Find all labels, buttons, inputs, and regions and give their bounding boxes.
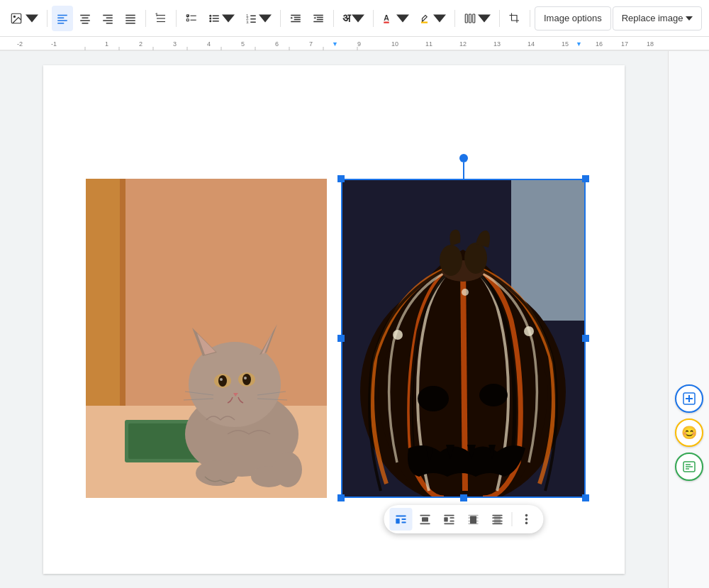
svg-rect-36	[250, 21, 256, 23]
svg-rect-12	[103, 20, 113, 21]
svg-text:16: 16	[596, 40, 603, 48]
pumpkin-image	[341, 179, 586, 498]
replace-image-button[interactable]: Replace image	[613, 6, 703, 30]
svg-text:9: 9	[357, 40, 361, 48]
align-justify-button[interactable]	[120, 6, 141, 31]
insert-image-button[interactable]	[6, 6, 43, 31]
images-row	[86, 179, 582, 501]
svg-rect-3	[57, 17, 64, 18]
image-options-button[interactable]: Image options	[535, 6, 611, 30]
svg-rect-137	[444, 523, 454, 524]
page	[43, 65, 625, 574]
handle-top-left[interactable]	[337, 175, 345, 182]
svg-rect-7	[82, 17, 89, 18]
svg-rect-5	[57, 23, 64, 24]
img-more-options-button[interactable]	[515, 508, 537, 531]
svg-rect-142	[470, 516, 476, 524]
svg-rect-15	[125, 17, 135, 18]
svg-rect-131	[422, 517, 428, 521]
bullet-list-button[interactable]	[203, 6, 239, 31]
align-right-button[interactable]	[97, 6, 118, 31]
svg-text:3.: 3.	[246, 19, 249, 23]
document-area[interactable]	[0, 51, 668, 588]
svg-rect-135	[450, 517, 454, 518]
add-comment-button[interactable]	[675, 384, 703, 413]
handle-bottom-right[interactable]	[582, 494, 589, 501]
right-sidebar: 😊	[668, 51, 709, 588]
svg-rect-37	[291, 14, 301, 16]
svg-rect-133	[444, 515, 454, 516]
align-center-button[interactable]	[74, 6, 96, 31]
indent-less-button[interactable]	[285, 6, 306, 31]
separator-3	[176, 10, 177, 27]
pumpkin-image-container[interactable]	[341, 179, 586, 498]
cat-image-container[interactable]	[86, 179, 327, 501]
img-wrap-inline-button[interactable]	[389, 508, 412, 531]
emoji-button[interactable]: 😊	[675, 418, 703, 447]
svg-rect-136	[450, 521, 454, 522]
svg-text:7: 7	[309, 40, 313, 48]
indent-more-button[interactable]	[308, 6, 329, 31]
separator-9	[530, 10, 530, 27]
highlight-button[interactable]	[415, 6, 450, 31]
svg-text:2: 2	[139, 40, 143, 48]
svg-rect-16	[125, 20, 135, 21]
svg-point-115	[479, 384, 508, 406]
svg-rect-42	[313, 14, 323, 16]
img-wrap-separate-button[interactable]	[437, 508, 460, 531]
svg-text:▼: ▼	[576, 40, 582, 48]
separator-5	[333, 10, 334, 27]
checklist-button[interactable]	[181, 6, 202, 31]
svg-rect-44	[317, 18, 323, 20]
crop-button[interactable]	[504, 6, 525, 31]
columns-button[interactable]	[459, 6, 495, 31]
svg-text:3: 3	[173, 40, 177, 48]
separator-4	[280, 10, 281, 27]
svg-point-120	[393, 330, 403, 340]
svg-rect-127	[396, 518, 399, 523]
svg-rect-14	[125, 14, 135, 16]
img-wrap-front-button[interactable]	[462, 508, 484, 531]
svg-rect-45	[313, 21, 323, 22]
svg-text:10: 10	[391, 40, 398, 48]
svg-rect-17	[125, 23, 135, 24]
handle-top-right[interactable]	[582, 175, 589, 182]
rotation-handle[interactable]	[459, 154, 468, 162]
svg-point-148	[525, 514, 527, 517]
line-spacing-button[interactable]	[150, 6, 172, 31]
svg-text:5: 5	[241, 40, 245, 48]
svg-text:14: 14	[527, 40, 535, 48]
svg-point-149	[525, 518, 527, 521]
img-wrap-break-button[interactable]	[413, 508, 436, 531]
image-inline-toolbar	[384, 505, 543, 533]
svg-text:11: 11	[425, 40, 432, 48]
svg-text:4: 4	[207, 40, 211, 48]
svg-rect-143	[494, 516, 501, 524]
cat-image	[86, 179, 327, 498]
handle-bottom-center[interactable]	[460, 494, 467, 501]
separator-1	[47, 10, 48, 27]
svg-rect-146	[492, 521, 502, 522]
svg-point-101	[220, 378, 223, 381]
img-wrap-behind-button[interactable]	[486, 508, 508, 531]
svg-text:15: 15	[562, 40, 569, 48]
handle-middle-left[interactable]	[337, 335, 345, 342]
svg-point-100	[242, 374, 251, 385]
page-top-space	[86, 94, 582, 136]
svg-text:A: A	[384, 13, 389, 22]
pumpkin-scene	[341, 179, 586, 498]
svg-rect-52	[473, 14, 475, 23]
numbered-list-button[interactable]: 1.2.3.	[240, 6, 276, 31]
svg-marker-46	[313, 16, 316, 18]
svg-text:-2: -2	[17, 40, 23, 48]
svg-rect-129	[401, 522, 406, 523]
suggest-edit-button[interactable]	[675, 453, 703, 481]
align-left-button[interactable]	[52, 6, 73, 31]
svg-rect-48	[384, 21, 389, 23]
svg-point-122	[462, 289, 469, 296]
svg-rect-50	[465, 14, 467, 23]
text-color-button[interactable]: A	[378, 6, 413, 31]
handle-bottom-left[interactable]	[337, 494, 345, 501]
handle-middle-right[interactable]	[582, 335, 589, 342]
text-direction-button[interactable]: अ	[338, 6, 369, 31]
